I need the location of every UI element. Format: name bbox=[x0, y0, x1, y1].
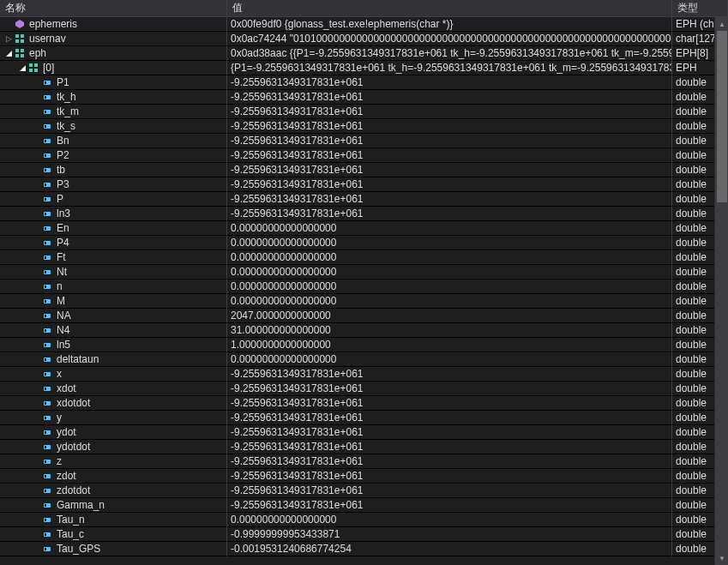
value-cell[interactable]: -9.2559631349317831e+061 bbox=[227, 425, 672, 440]
name-cell[interactable]: ln3 bbox=[0, 207, 227, 221]
name-cell[interactable]: deltataun bbox=[0, 352, 227, 367]
value-cell[interactable]: 0.00000000000000000 bbox=[227, 352, 672, 367]
expander-placeholder bbox=[31, 150, 41, 160]
value-cell[interactable]: 0.00000000000000000 bbox=[227, 236, 672, 250]
name-cell[interactable]: zdotdot bbox=[0, 484, 227, 498]
name-cell[interactable]: ◢[0] bbox=[0, 61, 227, 75]
name-cell[interactable]: y bbox=[0, 411, 227, 425]
value-cell[interactable]: 0x0ad38aac {{P1=-9.2559631349317831e+061… bbox=[227, 46, 672, 61]
header-value[interactable]: 值 bbox=[227, 0, 672, 17]
value-cell[interactable]: 0.00000000000000000 bbox=[227, 265, 672, 279]
name-cell[interactable]: En bbox=[0, 221, 227, 236]
name-cell[interactable]: P2 bbox=[0, 148, 227, 163]
row-type: double bbox=[676, 178, 707, 190]
name-cell[interactable]: Tau_c bbox=[0, 527, 227, 542]
name-cell[interactable]: ◢eph bbox=[0, 46, 227, 61]
name-cell[interactable]: ephemeris bbox=[0, 17, 227, 32]
value-cell[interactable]: -9.2559631349317831e+061 bbox=[227, 396, 672, 411]
value-cell[interactable]: -9.2559631349317831e+061 bbox=[227, 367, 672, 382]
name-cell[interactable]: z bbox=[0, 454, 227, 469]
expander-placeholder bbox=[31, 237, 41, 248]
header-type[interactable]: 类型 bbox=[672, 0, 728, 17]
value-cell[interactable]: 0.00000000000000000 bbox=[227, 513, 672, 527]
name-cell[interactable]: NA bbox=[0, 309, 227, 323]
value-cell[interactable]: -9.2559631349317831e+061 bbox=[227, 469, 672, 484]
name-cell[interactable]: Nt bbox=[0, 265, 227, 279]
value-cell[interactable]: -0.0019531240686774254 bbox=[227, 542, 672, 556]
name-cell[interactable]: ydot bbox=[0, 425, 227, 440]
value-cell[interactable]: 0.00000000000000000 bbox=[227, 250, 672, 265]
row-type: double bbox=[676, 76, 707, 88]
collapse-icon[interactable]: ◢ bbox=[17, 63, 27, 73]
value-cell[interactable]: -9.2559631349317831e+061 bbox=[227, 119, 672, 134]
row-type: double bbox=[676, 441, 707, 453]
value-cell[interactable]: 0.00000000000000000 bbox=[227, 294, 672, 309]
value-cell[interactable]: -9.2559631349317831e+061 bbox=[227, 484, 672, 498]
row-value: -9.2559631349317831e+061 bbox=[231, 426, 364, 438]
name-cell[interactable]: N4 bbox=[0, 323, 227, 338]
name-cell[interactable]: n bbox=[0, 279, 227, 294]
scroll-down-button[interactable]: ▼ bbox=[715, 551, 728, 565]
name-cell[interactable]: P4 bbox=[0, 236, 227, 250]
value-cell[interactable]: -9.2559631349317831e+061 bbox=[227, 90, 672, 105]
header-name[interactable]: 名称 bbox=[0, 0, 227, 17]
name-cell[interactable]: ydotdot bbox=[0, 440, 227, 454]
row-value: 31.000000000000000 bbox=[231, 324, 331, 336]
row-value: -9.2559631349317831e+061 bbox=[231, 368, 364, 380]
value-cell[interactable]: -9.2559631349317831e+061 bbox=[227, 192, 672, 207]
row-value: -9.2559631349317831e+061 bbox=[231, 105, 364, 117]
value-cell[interactable]: -9.2559631349317831e+061 bbox=[227, 454, 672, 469]
name-cell[interactable]: x bbox=[0, 367, 227, 382]
name-cell[interactable]: tk_h bbox=[0, 90, 227, 105]
name-cell[interactable]: Tau_n bbox=[0, 513, 227, 527]
name-cell[interactable]: M bbox=[0, 294, 227, 309]
scroll-up-button[interactable]: ▲ bbox=[715, 17, 728, 31]
value-cell[interactable]: 0.00000000000000000 bbox=[227, 279, 672, 294]
name-cell[interactable]: tk_m bbox=[0, 105, 227, 119]
value-cell[interactable]: -9.2559631349317831e+061 bbox=[227, 411, 672, 425]
row-name: Nt bbox=[57, 266, 67, 278]
value-cell[interactable]: 0x00fe9df0 {glonass_test.exe!ephemeris(c… bbox=[227, 17, 672, 32]
variable-icon bbox=[41, 455, 53, 467]
vertical-scrollbar[interactable]: ▲ ▼ bbox=[714, 17, 728, 565]
name-cell[interactable]: P bbox=[0, 192, 227, 207]
value-cell[interactable]: -9.2559631349317831e+061 bbox=[227, 440, 672, 454]
value-cell[interactable]: {P1=-9.2559631349317831e+061 tk_h=-9.255… bbox=[227, 61, 672, 75]
value-cell[interactable]: 31.000000000000000 bbox=[227, 323, 672, 338]
name-cell[interactable]: ▷usernav bbox=[0, 32, 227, 46]
name-cell[interactable]: ln5 bbox=[0, 338, 227, 352]
name-cell[interactable]: P3 bbox=[0, 177, 227, 192]
value-cell[interactable]: -9.2559631349317831e+061 bbox=[227, 105, 672, 119]
value-cell[interactable]: -9.2559631349317831e+061 bbox=[227, 498, 672, 513]
name-cell[interactable]: P1 bbox=[0, 75, 227, 90]
scroll-thumb[interactable] bbox=[717, 31, 727, 202]
value-cell[interactable]: -9.2559631349317831e+061 bbox=[227, 207, 672, 221]
value-cell[interactable]: 2047.0000000000000 bbox=[227, 309, 672, 323]
name-cell[interactable]: xdot bbox=[0, 382, 227, 396]
name-cell[interactable]: tb bbox=[0, 163, 227, 177]
name-cell[interactable]: xdotdot bbox=[0, 396, 227, 411]
value-cell[interactable]: 1.0000000000000000 bbox=[227, 338, 672, 352]
value-cell[interactable]: -9.2559631349317831e+061 bbox=[227, 75, 672, 90]
name-cell[interactable]: Tau_GPS bbox=[0, 542, 227, 556]
row-name: z bbox=[57, 455, 62, 467]
name-cell[interactable]: Gamma_n bbox=[0, 498, 227, 513]
svg-rect-78 bbox=[45, 548, 46, 550]
value-cell[interactable]: -9.2559631349317831e+061 bbox=[227, 134, 672, 148]
value-cell[interactable]: -0.99999999953433871 bbox=[227, 527, 672, 542]
name-cell[interactable]: zdot bbox=[0, 469, 227, 484]
value-cell[interactable]: -9.2559631349317831e+061 bbox=[227, 382, 672, 396]
name-cell[interactable]: Ft bbox=[0, 250, 227, 265]
value-cell[interactable]: -9.2559631349317831e+061 bbox=[227, 177, 672, 192]
value-cell[interactable]: 0x0ac74244 "0101000000000000000000000000… bbox=[227, 32, 672, 46]
value-cell[interactable]: -9.2559631349317831e+061 bbox=[227, 148, 672, 163]
variable-icon bbox=[41, 295, 53, 307]
name-cell[interactable]: Bn bbox=[0, 134, 227, 148]
expander-placeholder bbox=[31, 106, 41, 117]
row-name: Bn bbox=[57, 135, 69, 147]
expand-icon[interactable]: ▷ bbox=[3, 33, 14, 44]
name-cell[interactable]: tk_s bbox=[0, 119, 227, 134]
value-cell[interactable]: -9.2559631349317831e+061 bbox=[227, 163, 672, 177]
collapse-icon[interactable]: ◢ bbox=[3, 48, 14, 58]
value-cell[interactable]: 0.00000000000000000 bbox=[227, 221, 672, 236]
